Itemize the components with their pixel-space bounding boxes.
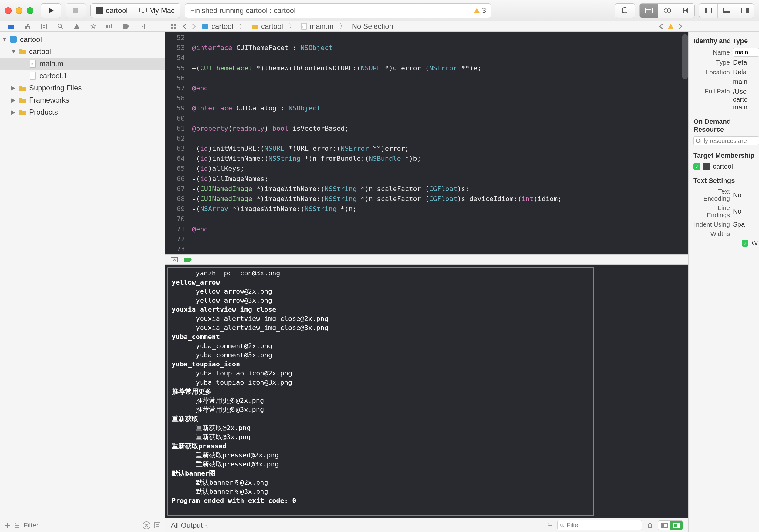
breakpoint-toggle[interactable]	[184, 257, 192, 262]
type-popup[interactable]: Defa	[733, 58, 759, 66]
issue-indicator[interactable]	[667, 23, 674, 29]
scheme-selector[interactable]: cartool My Mac	[90, 3, 180, 18]
recent-filter-button[interactable]	[142, 521, 150, 529]
svg-point-53	[547, 525, 549, 526]
standard-editor-button[interactable]	[640, 4, 658, 18]
navigator-filter-input[interactable]	[24, 521, 139, 529]
symbol-navigator-tab[interactable]	[40, 22, 48, 30]
disclosure-triangle-icon[interactable]: ▼	[2, 36, 7, 43]
editor-area: 5253545556575859606162636465666768697071…	[165, 31, 688, 532]
toggle-debug-area-button[interactable]	[717, 4, 736, 18]
wrap-lines-checkbox[interactable]: ✓	[742, 240, 748, 247]
related-items-button[interactable]	[171, 23, 177, 29]
terminal-icon	[96, 7, 103, 14]
tree-item-selected[interactable]: mmain.m	[0, 57, 165, 70]
svg-rect-22	[106, 24, 108, 28]
indent-popup[interactable]: Spa	[733, 220, 759, 228]
debug-navigator-tab[interactable]	[105, 22, 113, 30]
scm-filter-button[interactable]	[154, 522, 161, 529]
line-endings-popup[interactable]: No	[733, 208, 759, 215]
console-output-scope[interactable]: All Output ⇅	[171, 521, 208, 530]
editor-scrollbar[interactable]	[682, 34, 688, 79]
svg-rect-16	[28, 27, 30, 29]
go-back-button[interactable]	[182, 23, 186, 29]
name-field[interactable]	[733, 48, 759, 57]
tree-item[interactable]: ▶Supporting Files	[0, 82, 165, 94]
assistant-editor-button[interactable]	[658, 4, 676, 18]
console-pane-toggle	[658, 520, 683, 530]
jump-bar-file[interactable]: m main.m	[301, 22, 334, 31]
svg-rect-31	[202, 24, 208, 29]
source-control-navigator-tab[interactable]	[24, 22, 31, 30]
issue-navigator-tab[interactable]	[73, 22, 81, 30]
disclosure-triangle-icon[interactable]: ▶	[11, 85, 16, 91]
indent-label: Indent Using	[694, 221, 730, 228]
stop-button[interactable]	[65, 3, 86, 18]
go-forward-button[interactable]	[192, 23, 196, 29]
text-settings-header: Text Settings	[694, 177, 759, 185]
minimize-window-button[interactable]	[16, 7, 22, 14]
version-editor-button[interactable]	[676, 4, 695, 18]
scheme-target[interactable]: cartool	[91, 4, 133, 18]
next-issue-button[interactable]	[678, 23, 683, 29]
tree-item[interactable]: cartool.1	[0, 70, 165, 82]
svg-rect-2	[142, 13, 144, 13]
editor-mode-segment	[639, 3, 695, 18]
disclosure-triangle-icon[interactable]: ▶	[11, 97, 16, 103]
breakpoint-navigator-tab[interactable]	[122, 22, 130, 30]
library-button[interactable]	[615, 3, 635, 18]
disclosure-triangle-icon[interactable]: ▶	[11, 109, 16, 116]
toggle-inspector-button[interactable]	[736, 4, 754, 18]
console-filter-input[interactable]	[557, 520, 642, 530]
close-window-button[interactable]	[5, 7, 12, 14]
svg-rect-29	[171, 27, 173, 29]
tree-item-label: Products	[29, 108, 58, 116]
debug-view-toggle[interactable]	[171, 257, 178, 262]
scheme-destination[interactable]: My Mac	[133, 4, 180, 18]
svg-rect-14	[27, 24, 28, 25]
run-button[interactable]	[41, 3, 61, 18]
location-popup[interactable]: Rela	[733, 68, 759, 76]
folder-icon	[18, 84, 27, 92]
svg-rect-17	[42, 24, 46, 29]
add-button[interactable]	[4, 522, 10, 528]
folder-icon	[18, 96, 27, 104]
target-checkbox[interactable]: ✓	[694, 163, 700, 170]
jump-bar-symbol[interactable]: No Selection	[352, 22, 393, 31]
toolbar-right	[615, 3, 754, 18]
tree-item[interactable]: ▼cartool	[0, 33, 165, 46]
variables-pane-button[interactable]	[658, 521, 670, 530]
scheme-target-label: cartool	[106, 6, 128, 15]
odr-tags-field[interactable]	[694, 136, 759, 145]
activity-viewer[interactable]: Finished running cartool : cartool 3	[185, 3, 491, 18]
report-navigator-tab[interactable]	[138, 22, 146, 30]
tree-item[interactable]: ▶Products	[0, 106, 165, 118]
source-editor[interactable]: 5253545556575859606162636465666768697071…	[165, 31, 688, 254]
clear-console-button[interactable]	[647, 522, 653, 529]
zoom-window-button[interactable]	[27, 7, 33, 14]
console-pane-button[interactable]	[670, 521, 683, 530]
odr-section-header: On Demand Resource	[694, 118, 759, 133]
jump-bar-project[interactable]: cartool	[202, 22, 233, 31]
console-text: yanzhi_pc_icon@3x.png yellow_arrow yello…	[172, 269, 590, 505]
jump-bar-group[interactable]: cartool	[252, 22, 283, 31]
svg-rect-27	[171, 24, 173, 26]
console-footer: All Output ⇅	[165, 518, 688, 532]
toggle-navigator-button[interactable]	[699, 4, 717, 18]
disclosure-triangle-icon[interactable]: ▼	[11, 49, 16, 55]
test-navigator-tab[interactable]	[89, 22, 97, 30]
debug-toolbar	[165, 254, 688, 265]
encoding-popup[interactable]: No	[733, 191, 759, 199]
prev-issue-button[interactable]	[659, 23, 663, 29]
project-navigator-tab[interactable]	[7, 22, 15, 30]
tree-item-label: Frameworks	[29, 96, 69, 104]
svg-point-40	[15, 523, 16, 524]
find-navigator-tab[interactable]	[57, 22, 64, 30]
code-view[interactable]: @interface CUIThemeFacet : NSObject +(CU…	[188, 31, 688, 254]
tree-item[interactable]: ▼cartool	[0, 46, 165, 57]
activity-issues[interactable]: 3	[473, 6, 486, 15]
svg-rect-30	[175, 27, 176, 29]
console-output[interactable]: yanzhi_pc_icon@3x.png yellow_arrow yello…	[167, 267, 594, 516]
console-filter-icon	[547, 523, 552, 528]
tree-item[interactable]: ▶Frameworks	[0, 94, 165, 106]
